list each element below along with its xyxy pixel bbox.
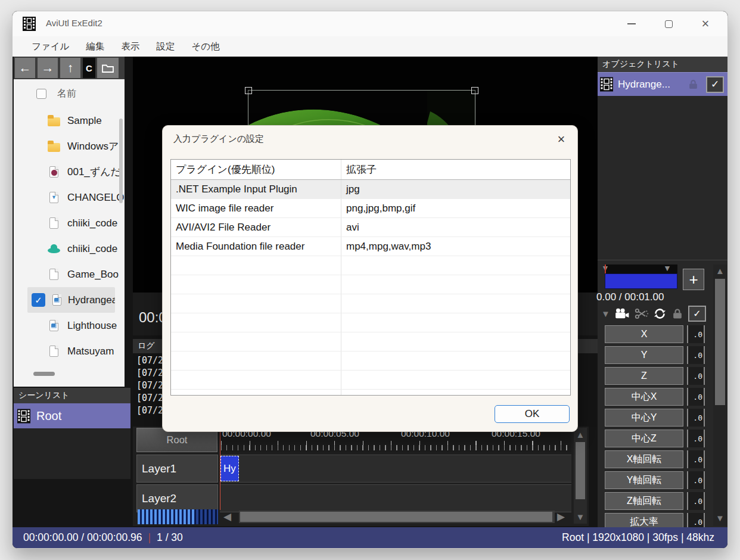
- file-list-vertical-scrollbar[interactable]: [119, 119, 123, 203]
- scene-item-label: Root: [36, 409, 61, 423]
- file-row[interactable]: 001_ずんだ: [14, 159, 125, 185]
- menu-file[interactable]: ファイル: [23, 41, 77, 53]
- property-row: Y軸回転.0: [605, 471, 728, 489]
- close-button[interactable]: ×: [687, 11, 724, 36]
- minimize-button[interactable]: [613, 11, 650, 36]
- property-center-z-button[interactable]: 中心Z: [605, 430, 683, 447]
- property-value[interactable]: .0: [687, 430, 705, 447]
- layer2-track[interactable]: [220, 484, 571, 512]
- property-rotate-y-button[interactable]: Y軸回転: [605, 471, 683, 489]
- property-value[interactable]: .0: [687, 367, 705, 385]
- check-icon: ✓: [693, 308, 701, 319]
- property-value[interactable]: .0: [687, 346, 705, 364]
- window-controls: ×: [613, 11, 724, 36]
- layer1-track[interactable]: [220, 455, 571, 483]
- menu-edit[interactable]: 編集: [77, 41, 113, 53]
- scroll-up-icon[interactable]: ▲: [576, 430, 585, 439]
- dropdown-icon[interactable]: ▼: [601, 309, 610, 318]
- scrollbar-thumb[interactable]: [576, 442, 585, 499]
- file-list[interactable]: 名前 Sample Windowsア 001_ずんだ CHANGELO chii…: [14, 79, 125, 387]
- scissors-icon[interactable]: [635, 308, 649, 319]
- lock-icon[interactable]: [673, 308, 682, 319]
- scrollbar-thumb[interactable]: [240, 512, 552, 522]
- lock-icon[interactable]: [689, 79, 698, 89]
- inspector-vertical-scrollbar[interactable]: ▲ ▼: [713, 265, 727, 526]
- object-enable-checkbox[interactable]: ✓: [688, 306, 706, 322]
- scroll-left-icon[interactable]: ◀: [223, 512, 231, 522]
- ok-button[interactable]: OK: [495, 405, 570, 423]
- drive-c-button[interactable]: C: [83, 58, 95, 78]
- file-row[interactable]: chiiki_code: [14, 236, 125, 262]
- menu-other[interactable]: その他: [183, 41, 228, 53]
- up-button[interactable]: ↑: [60, 58, 80, 78]
- file-row-selected[interactable]: ✓ Hydrangea: [27, 287, 115, 313]
- plugin-row[interactable]: .NET Example Input Plugin jpg: [171, 180, 570, 199]
- select-all-checkbox[interactable]: [36, 89, 46, 99]
- empty-row: [171, 351, 570, 371]
- file-row[interactable]: CHANGELO: [14, 185, 125, 210]
- property-z-button[interactable]: Z: [605, 367, 683, 385]
- file-list-horizontal-scrollbar[interactable]: [33, 372, 55, 376]
- maximize-button[interactable]: [650, 11, 687, 36]
- menu-bar: ファイル 編集 表示 設定 その他: [13, 36, 727, 57]
- checked-checkbox[interactable]: ✓: [32, 293, 45, 307]
- plugin-row[interactable]: AVI/AVI2 File Reader avi: [171, 218, 570, 237]
- file-row[interactable]: Game_Boo: [14, 262, 125, 287]
- property-value[interactable]: .0: [687, 492, 705, 510]
- property-center-y-button[interactable]: 中心Y: [605, 409, 683, 427]
- property-x-button[interactable]: X: [605, 325, 683, 343]
- dialog-close-button[interactable]: ×: [551, 129, 571, 150]
- plugin-table[interactable]: プラグイン(優先順位) 拡張子 .NET Example Input Plugi…: [170, 159, 571, 396]
- empty-row: [171, 294, 570, 313]
- property-y-button[interactable]: Y: [605, 346, 683, 364]
- scroll-down-icon[interactable]: ▼: [576, 512, 585, 521]
- trim-range-bar[interactable]: [605, 273, 677, 289]
- plugin-row[interactable]: WIC image file reader png,jpg,bmp,gif: [171, 199, 570, 218]
- resize-handle-top-right[interactable]: [471, 87, 478, 94]
- menu-settings[interactable]: 設定: [148, 41, 183, 53]
- scrollbar-thumb[interactable]: [715, 279, 725, 405]
- add-property-button[interactable]: +: [683, 269, 704, 290]
- property-value[interactable]: .0: [687, 325, 705, 343]
- layer2-header[interactable]: Layer2: [136, 484, 218, 512]
- empty-row: [171, 313, 570, 332]
- property-value[interactable]: .0: [687, 450, 705, 468]
- open-folder-button[interactable]: [97, 58, 119, 78]
- object-visible-checkbox[interactable]: ✓: [706, 76, 724, 93]
- plugin-row[interactable]: Media Foundation file reader mp4,mpg,wav…: [171, 237, 570, 256]
- zoom-gauge-level: [138, 509, 195, 524]
- forward-button[interactable]: →: [38, 58, 58, 78]
- file-row[interactable]: Lighthouse: [14, 313, 125, 338]
- property-center-x-button[interactable]: 中心X: [605, 388, 683, 406]
- zoom-gauge[interactable]: [138, 509, 218, 524]
- scroll-down-icon[interactable]: ▼: [716, 514, 725, 522]
- timeline-vertical-scrollbar[interactable]: ▲ ▼: [574, 428, 587, 524]
- resize-handle-top-left[interactable]: [245, 87, 252, 94]
- scene-item-root[interactable]: Root: [14, 403, 130, 428]
- refresh-icon[interactable]: [654, 307, 666, 320]
- file-row[interactable]: Windowsア: [14, 133, 125, 159]
- title-bar[interactable]: AviUtl ExEdit2 ×: [13, 11, 727, 36]
- file-row[interactable]: chiiki_code: [14, 210, 125, 236]
- menu-view[interactable]: 表示: [113, 41, 148, 53]
- timeline-clip-hydrangea[interactable]: Hy: [220, 456, 239, 481]
- trim-end-handle[interactable]: ▼: [663, 264, 671, 272]
- log-line: [07/2: [133, 354, 163, 367]
- file-row[interactable]: Matsuyam: [14, 338, 125, 364]
- property-value[interactable]: .0: [687, 471, 705, 489]
- name-column-header[interactable]: 名前: [57, 88, 76, 100]
- property-rotate-z-button[interactable]: Z軸回転: [605, 492, 683, 510]
- property-rotate-x-button[interactable]: X軸回転: [605, 450, 683, 468]
- up-icon: ↑: [67, 61, 74, 75]
- file-row[interactable]: Sample: [14, 108, 125, 133]
- layer1-header[interactable]: Layer1: [136, 455, 218, 483]
- property-value[interactable]: .0: [687, 409, 705, 427]
- playhead[interactable]: [220, 428, 220, 510]
- property-value[interactable]: .0: [687, 388, 705, 406]
- object-item-hydrangea[interactable]: Hydrange... ✓: [598, 72, 728, 96]
- camera-icon[interactable]: [614, 308, 630, 319]
- scroll-up-icon[interactable]: ▲: [716, 266, 725, 275]
- timeline-horizontal-scrollbar[interactable]: [239, 511, 555, 523]
- back-button[interactable]: ←: [15, 58, 35, 78]
- scroll-right-icon[interactable]: ▶: [557, 512, 565, 522]
